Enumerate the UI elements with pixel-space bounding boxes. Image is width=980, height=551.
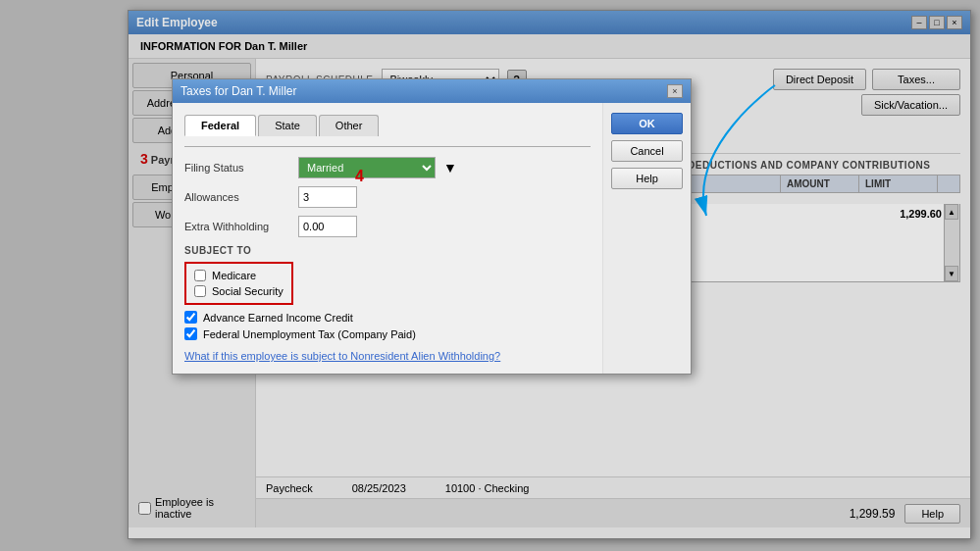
dialog-body: 4 Federal State Other Filing Status Marr… xyxy=(173,103,691,374)
medicare-label: Medicare xyxy=(212,270,256,281)
nonresident-link[interactable]: What if this employee is subject to Nonr… xyxy=(184,350,591,362)
dialog-title: Taxes for Dan T. Miller xyxy=(181,84,296,98)
advance-eic-label: Advance Earned Income Credit xyxy=(203,312,353,324)
medicare-row: Medicare xyxy=(194,270,284,281)
dialog-left: 4 Federal State Other Filing Status Marr… xyxy=(173,103,602,374)
social-security-row: Social Security xyxy=(194,285,284,297)
futa-row: Federal Unemployment Tax (Company Paid) xyxy=(184,327,591,340)
dialog-cancel-button[interactable]: Cancel xyxy=(611,140,683,162)
advance-eic-checkbox[interactable] xyxy=(184,311,197,324)
tab-underline xyxy=(184,146,591,147)
filing-status-dropdown-icon[interactable]: ▼ xyxy=(443,160,457,175)
tab-federal[interactable]: Federal xyxy=(184,115,256,136)
dialog-help-button[interactable]: Help xyxy=(611,168,683,189)
step4-badge: 4 xyxy=(355,168,364,185)
futa-label: Federal Unemployment Tax (Company Paid) xyxy=(203,328,416,340)
tab-other[interactable]: Other xyxy=(319,115,380,136)
dialog-ok-button[interactable]: OK xyxy=(611,113,683,134)
subject-to-checkboxes: Medicare Social Security xyxy=(184,262,293,305)
filing-status-select[interactable]: Married xyxy=(298,157,436,178)
allowances-input[interactable] xyxy=(298,186,357,208)
tab-state[interactable]: State xyxy=(258,115,317,136)
social-security-label: Social Security xyxy=(212,285,284,297)
taxes-dialog: Taxes for Dan T. Miller × 4 Federal Stat… xyxy=(172,78,692,375)
filing-status-row: Filing Status Married ▼ xyxy=(184,157,591,178)
dialog-close-button[interactable]: × xyxy=(667,84,683,98)
advance-eic-row: Advance Earned Income Credit xyxy=(184,311,591,324)
allowances-label: Allowances xyxy=(184,191,292,203)
dialog-title-bar: Taxes for Dan T. Miller × xyxy=(173,79,691,103)
extra-withholding-label: Extra Withholding xyxy=(184,221,292,232)
filing-status-label: Filing Status xyxy=(184,162,292,174)
social-security-checkbox[interactable] xyxy=(194,285,206,297)
subject-to-label: SUBJECT TO xyxy=(184,245,591,256)
tab-row: Federal State Other xyxy=(184,115,591,136)
extra-withholding-input[interactable] xyxy=(298,216,357,237)
extra-withholding-row: Extra Withholding xyxy=(184,216,591,237)
allowances-row: Allowances xyxy=(184,186,591,208)
dialog-overlay: Taxes for Dan T. Miller × 4 Federal Stat… xyxy=(0,0,980,551)
dialog-right: OK Cancel Help xyxy=(602,103,691,374)
futa-checkbox[interactable] xyxy=(184,327,197,340)
medicare-checkbox[interactable] xyxy=(194,270,206,281)
